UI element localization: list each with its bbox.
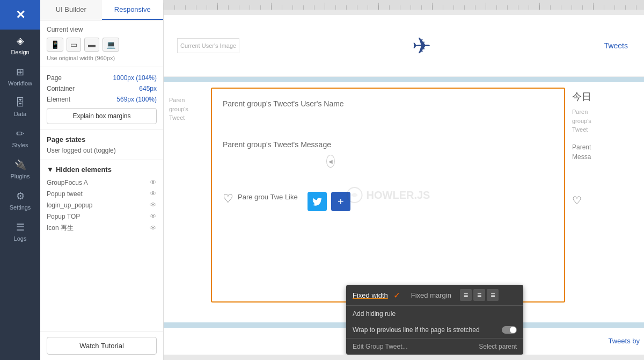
checkmark-icon: ✓ [393, 290, 400, 300]
panel: UI Builder Responsive Current view 📱 ▭ ▬… [40, 0, 164, 360]
sidebar-label-workflow: Workflow [8, 80, 32, 87]
today-japanese: 今日 [572, 90, 636, 103]
data-icon: 🗄 [16, 97, 25, 109]
original-width-label: Use original width (960px) [47, 55, 157, 61]
right-card-message: ParentMessa [572, 142, 636, 162]
tab-ui-builder[interactable]: UI Builder [40, 0, 102, 20]
element-prop-row: Element 569px (100%) [47, 94, 157, 105]
sidebar-item-design[interactable]: ◈ Design [0, 30, 40, 61]
wrap-item[interactable]: Wrap to previous line if the page is str… [346, 322, 523, 338]
align-right-button[interactable]: ≡ [487, 289, 499, 301]
sidebar-label-plugins: Plugins [10, 173, 30, 179]
page-header: Current User's Image ✈ Tweets [164, 15, 644, 77]
context-menu: Fixed width ✓ Fixed margin ≡ ≡ ≡ Add hid… [346, 285, 523, 355]
right-card: 今日 Parengroup'sTweet ParentMessa ♡ [569, 88, 639, 303]
page-label: Page [47, 74, 62, 82]
tweets-link-top[interactable]: Tweets [604, 41, 628, 50]
hidden-item-icon[interactable]: Icon 再生 👁 [47, 222, 157, 234]
hidden-elements-title: ▼ Hidden elements [47, 165, 157, 174]
panel-tabs: UI Builder Responsive [40, 0, 163, 20]
tweet-user-name: Parent group's Tweet's User's Name [223, 99, 553, 108]
hidden-item-popup-top[interactable]: Popup TOP 👁 [47, 211, 157, 222]
page-value: 1000px (104%) [113, 74, 157, 82]
add-hiding-rule-item[interactable]: Add hiding rule [346, 306, 523, 322]
sidebar: ✕ ◈ Design ⊞ Workflow 🗄 Data ✏ Styles 🔌 … [0, 0, 40, 360]
align-left-button[interactable]: ≡ [460, 289, 472, 301]
tweets-by-bottom[interactable]: Tweets by [608, 337, 640, 345]
tablet-landscape-btn[interactable]: ▬ [84, 38, 99, 52]
sidebar-label-settings: Settings [10, 204, 31, 211]
sidebar-item-workflow[interactable]: ⊞ Workflow [0, 61, 40, 92]
sidebar-item-settings[interactable]: ⚙ Settings [0, 185, 40, 216]
context-menu-top: Fixed width ✓ Fixed margin ≡ ≡ ≡ [346, 285, 523, 306]
heart-icon[interactable]: ♡ [223, 192, 233, 206]
view-options: 📱 ▭ ▬ 💻 [47, 38, 157, 52]
eye-icon-icon: 👁 [150, 224, 157, 232]
sidebar-item-data[interactable]: 🗄 Data [0, 92, 40, 123]
container-value: 645px [139, 85, 157, 92]
main-area: Current User's Image ✈ Tweets Parengroup… [164, 0, 644, 360]
container-label: Container [47, 85, 75, 92]
tweet-message: Parent group's Tweet's Message [223, 140, 553, 149]
eye-icon-login-popup: 👁 [150, 201, 157, 209]
tab-responsive[interactable]: Responsive [102, 0, 164, 20]
mobile-view-btn[interactable]: 📱 [47, 38, 63, 52]
page-states-title: Page states [47, 135, 157, 143]
user-image-block: Current User's Image [177, 38, 239, 54]
tweet-card-area: Parengroup'sTweet Parent group's Tweet's… [164, 82, 644, 308]
collapse-panel-button[interactable]: ◀ [326, 155, 335, 168]
hidden-item-groupfocus[interactable]: GroupFocus A 👁 [47, 177, 157, 188]
hidden-item-login-popup[interactable]: login_up_popup 👁 [47, 199, 157, 211]
select-parent-action[interactable]: Select parent [479, 343, 517, 350]
svg-rect-4 [164, 0, 644, 10]
ruler [164, 0, 644, 10]
howler-text: HOWLER.JS [367, 189, 430, 201]
sidebar-label-styles: Styles [12, 142, 28, 148]
airplane-icon: ✈ [412, 33, 431, 59]
canvas-area: Current User's Image ✈ Tweets Parengroup… [164, 10, 644, 360]
edit-group-action[interactable]: Edit Group Tweet... [353, 343, 408, 350]
page-states-section: Page states User logged out (toggle) [40, 130, 163, 160]
sidebar-item-logs[interactable]: ☰ Logs [0, 216, 40, 247]
twitter-share-button[interactable] [308, 192, 327, 211]
user-logged-out-toggle[interactable]: User logged out (toggle) [47, 147, 157, 154]
sidebar-item-styles[interactable]: ✏ Styles [0, 123, 40, 154]
right-card-cutoff: Parengroup'sTweet [572, 107, 636, 134]
sidebar-logo[interactable]: ✕ [0, 0, 40, 30]
logs-icon: ☰ [16, 221, 25, 233]
howler-watermark: HOWLER.JS [346, 186, 430, 204]
sidebar-label-logs: Logs [14, 235, 27, 242]
right-card-heart: ♡ [572, 194, 636, 207]
styles-icon: ✏ [16, 128, 24, 140]
like-text: Pare grou Twe Like [238, 192, 298, 203]
element-value: 569px (100%) [116, 96, 157, 103]
container-prop-row: Container 645px [47, 83, 157, 94]
tweet-card[interactable]: Parent group's Tweet's User's Name HOWLE… [211, 88, 565, 303]
design-icon: ◈ [17, 35, 24, 47]
sidebar-label-data: Data [14, 111, 26, 117]
logo-icon: ✕ [16, 8, 25, 22]
fixed-margin-label: Fixed margin [411, 291, 451, 299]
element-label: Element [47, 96, 70, 103]
hidden-item-popup-tweet[interactable]: Popup tweet 👁 [47, 188, 157, 199]
sidebar-item-plugins[interactable]: 🔌 Plugins [0, 154, 40, 185]
current-view-section: Current view 📱 ▭ ▬ 💻 Use original width … [40, 20, 163, 67]
fixed-width-label[interactable]: Fixed width [353, 291, 388, 299]
tablet-portrait-btn[interactable]: ▭ [67, 38, 81, 52]
plugins-icon: 🔌 [14, 159, 26, 171]
watch-tutorial-button[interactable]: Watch Tutorial [47, 337, 157, 355]
settings-icon: ⚙ [16, 190, 25, 202]
eye-icon-popup-tweet: 👁 [150, 190, 157, 198]
desktop-view-btn[interactable]: 💻 [103, 38, 119, 52]
blue-band [164, 77, 644, 82]
wrap-toggle[interactable] [502, 326, 517, 334]
eye-icon-groupfocus: 👁 [150, 178, 157, 186]
explain-box-margins-button[interactable]: Explain box margins [47, 108, 157, 124]
page-prop-row: Page 1000px (104%) [47, 73, 157, 83]
hidden-elements-section: ▼ Hidden elements GroupFocus A 👁 Popup t… [40, 160, 163, 332]
workflow-icon: ⊞ [16, 66, 24, 78]
align-center-button[interactable]: ≡ [473, 289, 485, 301]
left-cutoff: Parengroup'sTweet [169, 88, 207, 303]
eye-icon-popup-top: 👁 [150, 212, 157, 220]
align-buttons: ≡ ≡ ≡ [460, 289, 499, 301]
